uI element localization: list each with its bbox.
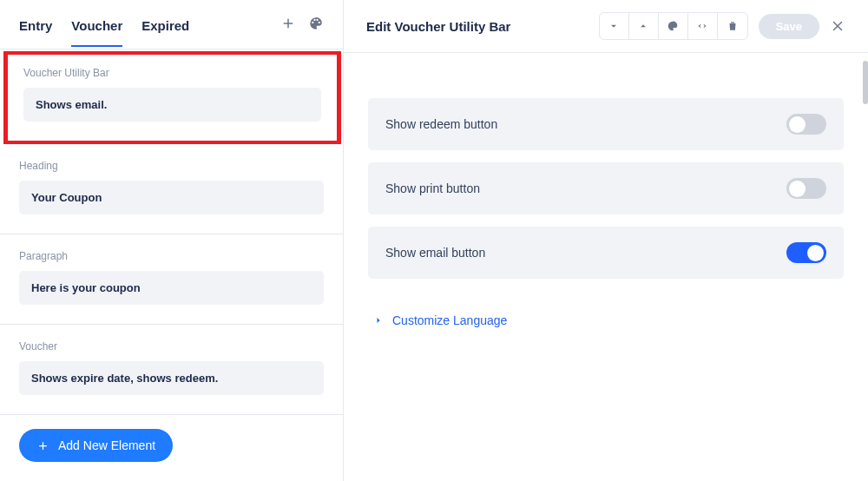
card-label: Paragraph [19, 250, 324, 262]
toggle-show-email[interactable] [786, 242, 826, 263]
tab-voucher[interactable]: Voucher [71, 18, 122, 47]
add-new-element-button[interactable]: Add New Element [19, 429, 173, 462]
code-button[interactable] [688, 13, 718, 39]
sidebar-layout-panel: Entry Voucher Expired Voucher Utility Ba… [0, 0, 344, 481]
editor-toolbar [599, 12, 748, 40]
setting-row-redeem: Show redeem button [368, 98, 844, 150]
card-value: Shows email. [23, 88, 321, 122]
card-voucher-utility-bar[interactable]: Voucher Utility Bar Shows email. [3, 51, 341, 144]
style-button[interactable] [659, 13, 688, 39]
delete-button[interactable] [718, 13, 747, 39]
card-value: Your Coupon [19, 181, 324, 214]
card-label: Heading [19, 160, 324, 172]
toggle-show-print[interactable] [786, 178, 826, 199]
card-heading[interactable]: Heading Your Coupon [0, 144, 343, 234]
editor-header: Edit Voucher Utility Bar Save [344, 0, 868, 53]
setting-row-print: Show print button [368, 162, 844, 214]
setting-label: Show print button [385, 181, 480, 195]
setting-label: Show redeem button [385, 117, 497, 131]
setting-row-email: Show email button [368, 227, 844, 279]
customize-language-label: Customize Language [392, 313, 507, 327]
add-new-element-label: Add New Element [58, 438, 155, 452]
move-down-button[interactable] [600, 13, 629, 39]
editor-panel: Edit Voucher Utility Bar Save Show redee… [344, 0, 868, 481]
add-element-wrap: Add New Element [0, 415, 343, 476]
card-value: Shows expire date, shows redeem. [19, 361, 324, 395]
toggle-show-redeem[interactable] [786, 114, 826, 135]
setting-label: Show email button [385, 246, 485, 260]
customize-language-link[interactable]: Customize Language [373, 313, 507, 327]
editor-body: Show redeem button Show print button Sho… [344, 53, 868, 481]
close-icon[interactable] [830, 18, 845, 34]
palette-icon[interactable] [308, 16, 324, 35]
move-up-button[interactable] [629, 13, 659, 39]
chevron-right-icon [373, 315, 384, 326]
card-paragraph[interactable]: Paragraph Here is your coupon [0, 234, 343, 325]
plus-icon [36, 439, 49, 452]
scrollbar-thumb[interactable] [863, 61, 868, 104]
tab-action-icons [280, 16, 324, 49]
card-label: Voucher [19, 340, 324, 353]
plus-icon[interactable] [280, 16, 296, 35]
tab-entry[interactable]: Entry [19, 18, 52, 47]
card-voucher[interactable]: Voucher Shows expire date, shows redeem. [0, 325, 343, 415]
element-card-list: Voucher Utility Bar Shows email. Heading… [0, 49, 343, 481]
save-button[interactable]: Save [759, 14, 819, 39]
tab-expired[interactable]: Expired [141, 18, 189, 47]
editor-title: Edit Voucher Utility Bar [366, 19, 510, 34]
card-value: Here is your coupon [19, 271, 324, 305]
card-label: Voucher Utility Bar [23, 67, 321, 79]
tabs-header: Entry Voucher Expired [0, 0, 343, 49]
